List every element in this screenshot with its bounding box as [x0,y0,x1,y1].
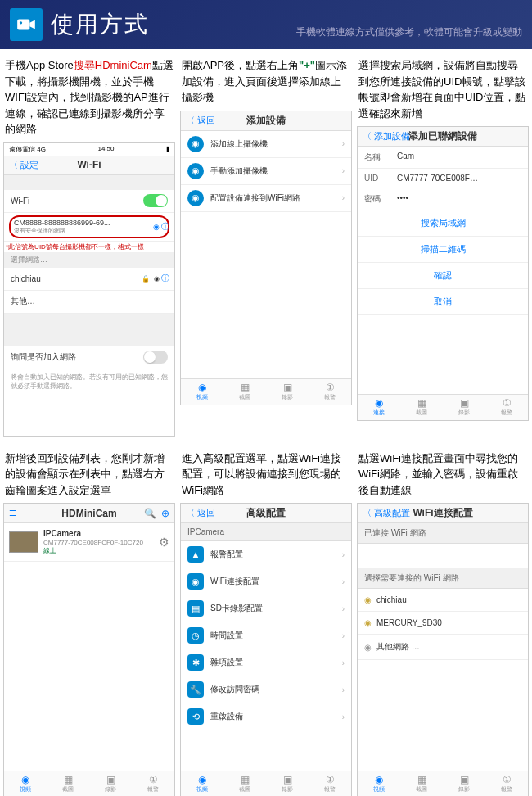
rec-icon: ▣ [283,382,292,392]
back-button[interactable]: 〈 添加設備 [363,130,410,142]
status-bar: 遠傳電信 4G 14:50 ▮ [4,143,174,156]
wifi-toggle-row[interactable]: Wi-Fi [4,190,174,213]
snap-icon: ▦ [64,775,73,785]
time-config[interactable]: ◷時間設置› [181,622,351,649]
tl: 連接 [373,409,385,417]
tab-alarm[interactable]: ①報警 [309,379,351,405]
tab-snap[interactable]: ▦截圖 [400,771,443,796]
clock: 14:50 [97,145,114,154]
search-lan-button[interactable]: 搜索局域網 [358,210,528,237]
config-wifi-item[interactable]: ◉ 配置設備連接到WiFi網路 › [181,185,351,212]
misc-icon: ✱ [187,654,204,671]
tab-rec[interactable]: ▣錄影 [266,379,309,405]
back-button[interactable]: 〈 高級配置 [363,507,410,519]
info-icon[interactable]: ⓘ [161,221,169,233]
tab-alarm[interactable]: ①報警 [485,395,528,420]
wifi-config-icon: ◉ [187,190,204,206]
connected-ssid[interactable]: CM8888-888888886999-69... 沒有安全保護的網路 ◉ ⓘ [4,213,174,242]
back-button[interactable]: 〈 返回 [186,507,215,519]
field-name[interactable]: 名稱Cam [358,147,528,169]
tab-video[interactable]: ◉視頻 [358,771,400,796]
tab-snap[interactable]: ▦截圖 [400,395,443,420]
wifi-option[interactable]: ◉MERCURY_9D30 [358,612,528,635]
alarm-config-icon: ▲ [187,546,204,563]
page-title: 使用方式 [51,9,149,40]
tab-video[interactable]: ◉視頻 [181,379,223,405]
tl: 報警 [324,785,336,794]
tab-rec[interactable]: ▣錄影 [443,771,485,796]
tab-snap[interactable]: ▦截圖 [47,771,89,796]
menu-icon[interactable]: ☰ [9,509,16,518]
cancel-button[interactable]: 取消 [358,289,528,315]
network-item[interactable]: chichiau 🔒 ◉ ⓘ [4,268,174,291]
video-icon: ◉ [21,775,29,785]
network-other[interactable]: 其他… [4,291,174,314]
snap-icon: ▦ [241,382,250,392]
ask-join-toggle[interactable] [143,351,168,364]
alarm-config[interactable]: ▲報警配置› [181,541,351,568]
tab-rec[interactable]: ▣錄影 [89,771,132,796]
misc-config[interactable]: ✱雜項設置› [181,649,351,676]
chevron-right-icon: › [342,550,345,559]
wifi-strength-icon: ◉ [364,595,372,604]
wifi-icon: ◉ [187,573,204,590]
tl: 截圖 [239,393,250,401]
back-button[interactable]: 〈 返回 [186,115,215,127]
tab-video[interactable]: ◉視頻 [181,771,223,796]
wifi-toggle-on[interactable] [143,194,168,207]
reboot-device[interactable]: ⟲重啟設備› [181,703,351,730]
tab-alarm[interactable]: ①報警 [485,771,528,796]
wifi-other[interactable]: ◉其他網路 … [358,635,528,660]
snap-icon: ▦ [241,775,250,785]
video-icon: ◉ [198,382,206,392]
wifi-icon: ◉ [154,275,160,283]
connected-section: 已連接 WiFi 網路 [358,523,528,544]
tab-video[interactable]: ◉視頻 [4,771,47,796]
add-online-camera[interactable]: ◉ 添加線上攝像機 › [181,131,351,158]
add-icon[interactable]: ⊕ [161,508,169,519]
tab-snap[interactable]: ▦截圖 [223,771,266,796]
search-icon[interactable]: 🔍 [144,508,156,519]
field-uid[interactable]: UIDCM7777-70CE008F… [358,169,528,188]
sd-config[interactable]: ▤SD卡錄影配置› [181,595,351,622]
bottom-tabs: ◉視頻 ▦截圖 ▣錄影 ①報警 [181,771,351,796]
back-button[interactable]: 〈 設定 [9,159,38,171]
fv: CM7777-70CE008F… [397,174,521,183]
confirm-button[interactable]: 確認 [358,263,528,289]
chevron-right-icon: › [342,193,345,202]
gear-icon[interactable]: ⚙ [159,536,169,549]
tab-snap[interactable]: ▦截圖 [223,379,266,405]
ask-join-row[interactable]: 詢問是否加入網路 [4,346,174,369]
svg-rect-0 [17,20,29,30]
tab-alarm[interactable]: ①報警 [132,771,174,796]
section-choose: 選擇網路… [4,252,174,268]
chevron-right-icon: › [342,685,345,694]
desc-r1c3: 選擇搜索局域網，設備將自動搜尋到您所連接設備的UID帳號，點擊該帳號即會新增在頁… [357,54,529,126]
screen-wifi-settings: 遠傳電信 4G 14:50 ▮ 〈 設定 Wi-Fi Wi-Fi CM8888-… [3,142,175,437]
tab-rec[interactable]: ▣錄影 [266,771,309,796]
add-manual-camera[interactable]: ◉ 手動添加攝像機 › [181,158,351,185]
bottom-tabs: ◉視頻 ▦截圖 ▣錄影 ①報警 [4,771,174,796]
tab-alarm[interactable]: ①報警 [309,771,351,796]
fl: 密碼 [364,193,397,205]
tab-conn[interactable]: ◉連接 [358,395,400,420]
info-icon[interactable]: ⓘ [161,273,169,284]
tl: 報警 [501,785,512,794]
wifi-icon: ◉ [364,643,372,652]
tab-rec[interactable]: ▣錄影 [443,395,485,420]
wifi-label: Wi-Fi [11,197,29,206]
field-password[interactable]: 密碼•••• [358,188,528,210]
row-2: 新增後回到設備列表，您剛才新增的設備會顯示在列表中，點選右方齒輪圖案進入設定選單… [0,442,532,797]
key-icon: 🔧 [187,681,204,698]
password-config[interactable]: 🔧修改訪問密碼› [181,676,351,703]
bottom-tabs: ◉視頻 ▦截圖 ▣錄影 ①報警 [358,771,528,796]
wifi-option[interactable]: ◉chichiau [358,589,528,612]
video-icon: ◉ [198,775,206,785]
wifi-config[interactable]: ◉WiFi連接配置› [181,568,351,595]
r2c3: 點選WiFi連接配置畫面中尋找您的WiFi網路，並輸入密碼，設備重啟後自動連線 … [357,447,529,797]
chevron-right-icon: › [342,577,345,586]
tl: 截圖 [239,785,250,794]
scan-qr-button[interactable]: 掃描二維碼 [358,237,528,263]
camera-item[interactable]: IPCamera CM7777-70CE008FCF0F-10C720 線上 ⚙ [4,523,174,562]
il: SD卡錄影配置 [210,603,263,614]
